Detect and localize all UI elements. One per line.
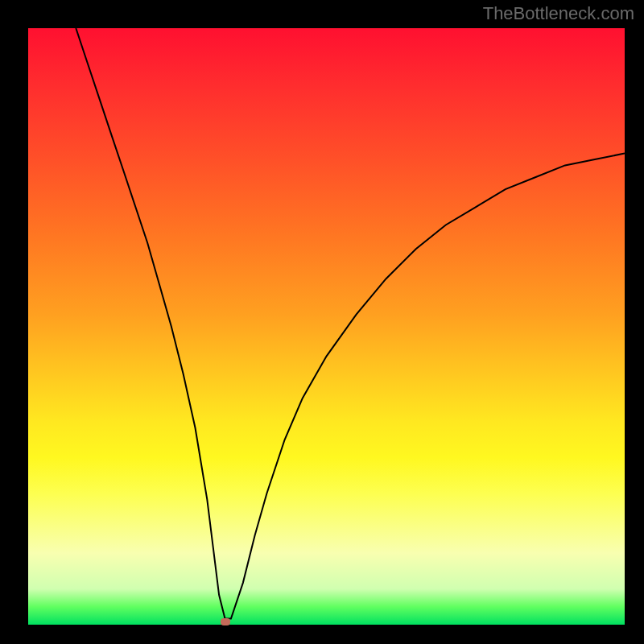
watermark-text: TheBottleneck.com: [483, 3, 634, 24]
bottleneck-curve: [28, 28, 625, 625]
optimal-point-marker: [221, 618, 230, 625]
chart-container: TheBottleneck.com: [0, 0, 644, 644]
